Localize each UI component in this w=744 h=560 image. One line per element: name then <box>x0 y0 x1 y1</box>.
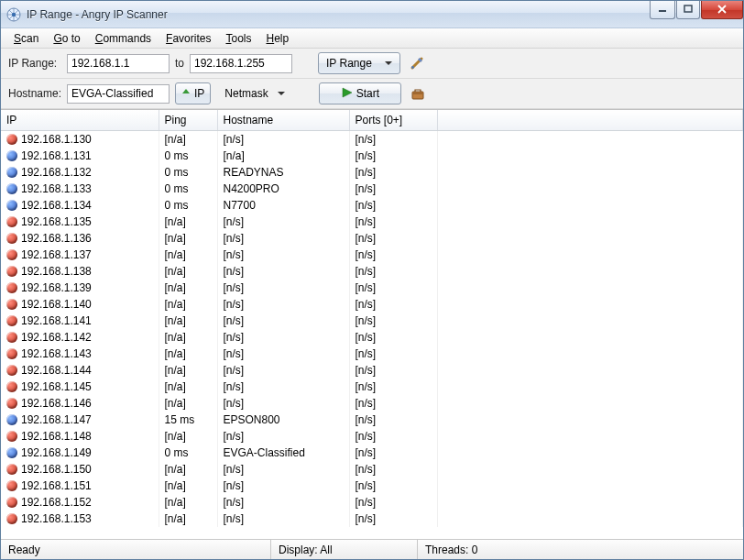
cell-ip: 192.168.1.135 <box>21 215 92 228</box>
cell-hostname: READYNAS <box>217 164 349 181</box>
table-row[interactable]: 192.168.1.135[n/a][n/s][n/s] <box>1 214 743 230</box>
maximize-button[interactable] <box>676 1 700 19</box>
status-threads: Threads: 0 <box>418 540 743 559</box>
table-row[interactable]: 192.168.1.136[n/a][n/s][n/s] <box>1 230 743 247</box>
cell-ip: 192.168.1.139 <box>21 281 92 294</box>
cell-ip: 192.168.1.143 <box>21 347 92 360</box>
cell-hostname: [n/s] <box>217 478 349 494</box>
cell-ping: [n/a] <box>159 230 217 247</box>
col-hostname[interactable]: Hostname <box>217 110 349 130</box>
start-button[interactable]: Start <box>319 82 401 104</box>
window-controls <box>649 1 743 19</box>
cell-ip: 192.168.1.152 <box>21 496 92 509</box>
table-row[interactable]: 192.168.1.1340 msN7700[n/s] <box>1 197 743 214</box>
cell-ping: [n/a] <box>159 379 217 395</box>
close-button[interactable] <box>701 1 743 19</box>
cell-ports: [n/s] <box>349 494 437 511</box>
menu-goto[interactable]: Go to <box>46 30 87 47</box>
menu-commands[interactable]: Commands <box>88 30 159 47</box>
col-spacer <box>437 110 743 130</box>
menu-help[interactable]: Help <box>258 30 296 47</box>
table-row[interactable]: 192.168.1.142[n/a][n/s][n/s] <box>1 329 743 346</box>
menu-tools[interactable]: Tools <box>218 30 258 47</box>
settings-icon[interactable] <box>406 52 428 74</box>
col-ip[interactable]: IP <box>1 110 159 130</box>
table-row[interactable]: 192.168.1.137[n/a][n/s][n/s] <box>1 247 743 263</box>
titlebar[interactable]: IP Range - Angry IP Scanner <box>1 1 743 28</box>
cell-hostname: [n/s] <box>217 313 349 329</box>
cell-ip: 192.168.1.134 <box>21 199 92 212</box>
status-ball-icon <box>6 282 17 293</box>
scan-type-dropdown[interactable]: IP Range <box>318 52 400 74</box>
table-row[interactable]: 192.168.1.1320 msREADYNAS[n/s] <box>1 164 743 181</box>
cell-hostname: N4200PRO <box>217 181 349 197</box>
cell-ports: [n/s] <box>349 461 437 478</box>
table-row[interactable]: 192.168.1.153[n/a][n/s][n/s] <box>1 511 743 527</box>
table-row[interactable]: 192.168.1.1310 ms[n/a][n/s] <box>1 148 743 164</box>
status-ball-icon <box>6 398 17 409</box>
cell-ping: [n/a] <box>159 296 217 313</box>
cell-ip: 192.168.1.136 <box>21 232 92 245</box>
cell-ping: [n/a] <box>159 329 217 346</box>
cell-ip: 192.168.1.150 <box>21 463 92 476</box>
cell-ping: 0 ms <box>159 148 217 164</box>
table-row[interactable]: 192.168.1.143[n/a][n/s][n/s] <box>1 346 743 362</box>
table-row[interactable]: 192.168.1.1490 msEVGA-Classified[n/s] <box>1 445 743 461</box>
table-row[interactable]: 192.168.1.145[n/a][n/s][n/s] <box>1 379 743 395</box>
status-ball-icon <box>6 200 17 211</box>
cell-ip: 192.168.1.151 <box>21 479 92 492</box>
table-row[interactable]: 192.168.1.144[n/a][n/s][n/s] <box>1 362 743 379</box>
cell-ip: 192.168.1.137 <box>21 248 92 261</box>
cell-ping: [n/a] <box>159 362 217 379</box>
cell-ports: [n/s] <box>349 445 437 461</box>
cell-ports: [n/s] <box>349 412 437 428</box>
ip-to-input[interactable] <box>190 54 292 73</box>
status-ball-icon <box>6 216 17 227</box>
results-scroll[interactable]: IP Ping Hostname Ports [0+] 192.168.1.13… <box>1 110 743 539</box>
svg-rect-6 <box>412 92 423 94</box>
cell-ports: [n/s] <box>349 214 437 230</box>
status-ball-icon <box>6 150 17 161</box>
svg-rect-2 <box>659 10 666 12</box>
col-ports[interactable]: Ports [0+] <box>349 110 437 130</box>
cell-ping: [n/a] <box>159 494 217 511</box>
table-row[interactable]: 192.168.1.141[n/a][n/s][n/s] <box>1 313 743 329</box>
minimize-button[interactable] <box>650 1 675 19</box>
table-row[interactable]: 192.168.1.138[n/a][n/s][n/s] <box>1 263 743 280</box>
table-row[interactable]: 192.168.1.140[n/a][n/s][n/s] <box>1 296 743 313</box>
iprange-label: IP Range: <box>8 57 61 70</box>
menu-favorites[interactable]: Favorites <box>159 30 218 47</box>
netmask-dropdown[interactable]: Netmask <box>216 82 293 104</box>
status-ball-icon <box>6 513 17 524</box>
cell-ports: [n/s] <box>349 247 437 263</box>
cell-hostname: [n/s] <box>217 461 349 478</box>
status-ball-icon <box>6 249 17 260</box>
cell-ports: [n/s] <box>349 329 437 346</box>
table-row[interactable]: 192.168.1.130[n/a][n/s][n/s] <box>1 130 743 148</box>
cell-ports: [n/s] <box>349 230 437 247</box>
toolbox-icon[interactable] <box>407 82 429 104</box>
ip-lookup-button[interactable]: IP <box>175 82 211 104</box>
svg-rect-3 <box>684 5 692 12</box>
hostname-input[interactable] <box>67 84 170 104</box>
cell-ping: [n/a] <box>159 130 217 148</box>
cell-ip: 192.168.1.132 <box>21 166 92 179</box>
ip-from-input[interactable] <box>67 54 170 73</box>
status-ball-icon <box>6 332 17 343</box>
table-row[interactable]: 192.168.1.148[n/a][n/s][n/s] <box>1 428 743 445</box>
cell-ip: 192.168.1.149 <box>21 446 92 459</box>
table-row[interactable]: 192.168.1.150[n/a][n/s][n/s] <box>1 461 743 478</box>
table-row[interactable]: 192.168.1.152[n/a][n/s][n/s] <box>1 494 743 511</box>
cell-ping: [n/a] <box>159 428 217 445</box>
cell-ping: [n/a] <box>159 346 217 362</box>
cell-hostname: [n/s] <box>217 379 349 395</box>
table-row[interactable]: 192.168.1.14715 msEPSON800[n/s] <box>1 412 743 428</box>
col-ping[interactable]: Ping <box>159 110 217 130</box>
table-row[interactable]: 192.168.1.139[n/a][n/s][n/s] <box>1 280 743 296</box>
toolbar-hostname: Hostname: IP Netmask Start <box>1 79 743 109</box>
menu-scan[interactable]: Scan <box>6 30 46 47</box>
table-row[interactable]: 192.168.1.146[n/a][n/s][n/s] <box>1 395 743 412</box>
table-row[interactable]: 192.168.1.151[n/a][n/s][n/s] <box>1 478 743 494</box>
table-row[interactable]: 192.168.1.1330 msN4200PRO[n/s] <box>1 181 743 197</box>
results-table[interactable]: IP Ping Hostname Ports [0+] 192.168.1.13… <box>1 110 743 527</box>
